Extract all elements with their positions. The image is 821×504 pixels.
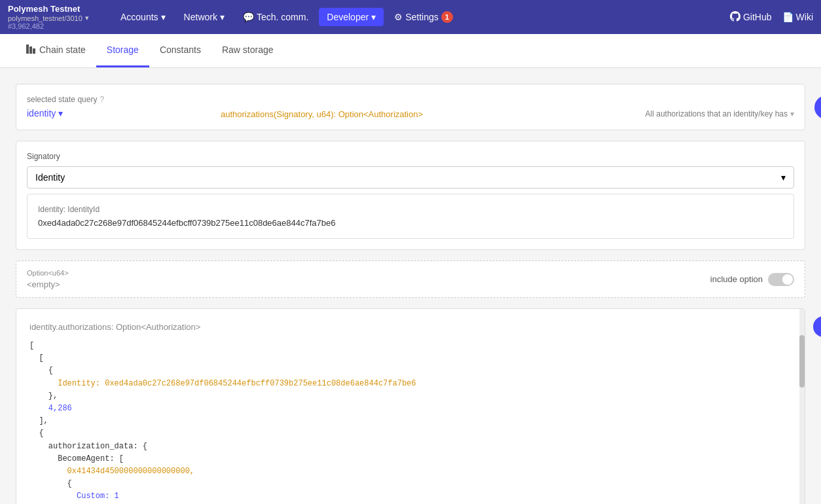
result-title: identity.authorizations: Option<Authoriz… bbox=[29, 322, 792, 332]
result-box: identity.authorizations: Option<Authoriz… bbox=[16, 308, 805, 504]
chain-state-icon bbox=[26, 45, 35, 56]
chevron-down-icon[interactable]: ▾ bbox=[85, 14, 89, 22]
nav-developer[interactable]: Developer ▾ bbox=[319, 8, 384, 26]
svg-rect-2 bbox=[33, 48, 35, 54]
svg-rect-0 bbox=[26, 45, 29, 54]
nav-items: Accounts ▾ Network ▾ 💬 Tech. comm. Devel… bbox=[113, 7, 730, 27]
query-selector: selected state query ? identity ▾ bbox=[27, 95, 210, 118]
chevron-down-icon: ▾ bbox=[220, 12, 225, 22]
wiki-icon: 📄 bbox=[782, 12, 794, 22]
chevron-down-icon: ▾ bbox=[781, 172, 786, 183]
module-selector[interactable]: identity ▾ bbox=[27, 108, 210, 118]
chevron-down-icon: ▾ bbox=[58, 108, 63, 118]
query-label: selected state query ? bbox=[27, 95, 210, 104]
signatory-box: Signatory Identity ▾ Identity: IdentityI… bbox=[16, 141, 805, 250]
include-option-label: include option bbox=[710, 274, 763, 284]
query-description: All authorizations that an identity/key … bbox=[598, 95, 794, 118]
option-toggle-area: include option bbox=[710, 273, 794, 286]
subnav-chain-state[interactable]: Chain state bbox=[16, 34, 96, 68]
scrollbar[interactable] bbox=[799, 309, 805, 504]
settings-badge: 1 bbox=[441, 11, 453, 23]
signatory-label: Signatory bbox=[27, 152, 794, 161]
nav-network[interactable]: Network ▾ bbox=[176, 8, 232, 26]
chevron-down-icon: ▾ bbox=[161, 12, 166, 22]
query-method: authorizations(Signatory, u64): Option<A… bbox=[221, 95, 587, 119]
subnav-storage[interactable]: Storage bbox=[96, 34, 149, 67]
identity-box: Identity: IdentityId 0xed4ada0c27c268e97… bbox=[27, 194, 794, 239]
scrollbar-thumb bbox=[799, 335, 805, 387]
brand-block: #3,962,482 bbox=[8, 22, 44, 30]
nav-wiki[interactable]: 📄 Wiki bbox=[782, 12, 813, 22]
top-navigation: Polymesh Testnet polymesh_testnet/3010 ▾… bbox=[0, 0, 821, 34]
option-empty: <empty> bbox=[27, 279, 69, 289]
help-icon: ? bbox=[100, 95, 104, 104]
option-left: Option<u64> <empty> bbox=[27, 269, 69, 289]
include-option-toggle[interactable] bbox=[768, 273, 794, 286]
subnav-raw-storage[interactable]: Raw storage bbox=[211, 34, 284, 67]
signatory-selector[interactable]: Identity ▾ bbox=[27, 166, 794, 189]
brand-area: Polymesh Testnet polymesh_testnet/3010 ▾… bbox=[8, 4, 100, 30]
option-box: Option<u64> <empty> include option bbox=[16, 261, 805, 298]
nav-settings[interactable]: ⚙ Settings 1 bbox=[386, 7, 461, 27]
sub-navigation: Chain state Storage Constants Raw storag… bbox=[0, 34, 821, 68]
settings-icon: ⚙ bbox=[394, 12, 403, 22]
nav-accounts[interactable]: Accounts ▾ bbox=[113, 8, 173, 26]
subnav-constants[interactable]: Constants bbox=[149, 34, 211, 67]
nav-right: GitHub 📄 Wiki bbox=[730, 11, 813, 24]
query-box: selected state query ? identity ▾ author… bbox=[16, 84, 805, 130]
chevron-down-icon: ▾ bbox=[790, 109, 794, 118]
result-code: [ [ { Identity: 0xed4ada0c27c268e97df068… bbox=[29, 340, 792, 504]
main-content: selected state query ? identity ▾ author… bbox=[0, 68, 821, 504]
identity-value: 0xed4ada0c27c268e97df06845244efbcff0739b… bbox=[38, 218, 783, 228]
svg-rect-1 bbox=[29, 46, 32, 54]
tech-comm-icon: 💬 bbox=[243, 12, 254, 22]
chevron-down-icon: ▾ bbox=[371, 12, 376, 22]
nav-github[interactable]: GitHub bbox=[730, 11, 772, 24]
option-type: Option<u64> bbox=[27, 269, 69, 277]
add-query-button[interactable]: + bbox=[814, 96, 821, 119]
close-result-button[interactable]: ✕ bbox=[813, 316, 821, 337]
brand-name: Polymesh Testnet bbox=[8, 4, 80, 14]
nav-tech-comm[interactable]: 💬 Tech. comm. bbox=[235, 8, 316, 26]
github-icon bbox=[730, 11, 740, 24]
brand-sub: polymesh_testnet/3010 ▾ bbox=[8, 14, 89, 22]
identity-label: Identity: IdentityId bbox=[38, 205, 783, 214]
